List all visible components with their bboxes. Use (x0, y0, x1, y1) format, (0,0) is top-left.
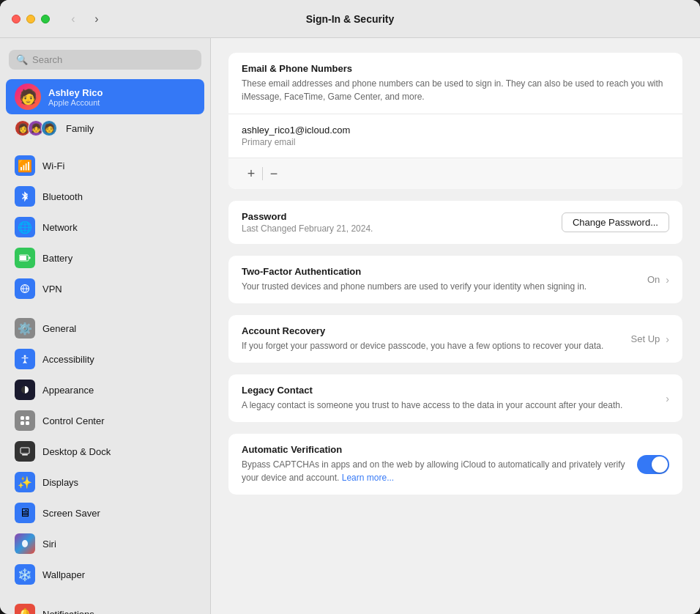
two-factor-row[interactable]: Two-Factor Authentication Your trusted d… (228, 256, 682, 303)
two-factor-arrow: › (666, 274, 669, 286)
sidebar-item-displays[interactable]: ✨ Displays (6, 467, 204, 497)
sidebar-item-appearance[interactable]: Appearance (6, 375, 204, 404)
sidebar-item-siri[interactable]: Siri (6, 529, 204, 558)
remove-email-button[interactable]: − (264, 164, 283, 183)
wallpaper-icon: ❄️ (15, 564, 35, 585)
auto-verification-content: Automatic Verification Bypass CAPTCHAs i… (242, 444, 637, 484)
password-row: Password Last Changed February 21, 2024.… (228, 201, 682, 244)
auto-verification-section: Automatic Verification Bypass CAPTCHAs i… (228, 434, 682, 495)
control-center-icon (15, 410, 35, 431)
sidebar-item-network[interactable]: 🌐 Network (6, 212, 204, 242)
family-label: Family (66, 123, 94, 134)
email-phone-desc: These email addresses and phone numbers … (242, 77, 669, 103)
siri-icon (15, 533, 35, 554)
accessibility-icon (15, 349, 35, 369)
email-value-row: ashley_rico1@icloud.com Primary email (228, 114, 682, 158)
close-button[interactable] (12, 15, 21, 23)
sidebar-item-apple-account[interactable]: 🧑 Ashley Rico Apple Account (6, 79, 204, 114)
change-password-button[interactable]: Change Password... (562, 212, 669, 232)
svg-rect-9 (26, 421, 29, 425)
account-recovery-status: Set Up (631, 333, 660, 344)
password-title: Password (242, 211, 373, 222)
account-recovery-title: Account Recovery (242, 325, 631, 336)
search-bar[interactable]: 🔍 Search (9, 50, 201, 70)
sidebar-item-screen-saver[interactable]: 🖥 Screen Saver (6, 498, 204, 528)
sidebar-item-control-center[interactable]: Control Center (6, 406, 204, 435)
search-container: 🔍 Search (0, 44, 210, 78)
forward-button[interactable]: › (88, 10, 105, 28)
family-avatars: 👩 👧 🧑 (15, 120, 57, 136)
back-button[interactable]: ‹ (64, 10, 82, 28)
email-phone-section: Email & Phone Numbers These email addres… (228, 53, 682, 189)
bluetooth-label: Bluetooth (42, 191, 83, 202)
user-info: Ashley Rico Apple Account (48, 87, 103, 107)
sidebar-item-bluetooth[interactable]: Bluetooth (6, 182, 204, 211)
svg-rect-10 (21, 448, 29, 454)
general-label: General (42, 323, 76, 334)
sidebar-item-general[interactable]: ⚙️ General (6, 314, 204, 343)
notifications-icon: 🔔 (15, 604, 35, 614)
svg-rect-11 (22, 454, 28, 456)
account-recovery-content: Account Recovery If you forget your pass… (242, 325, 631, 352)
wallpaper-label: Wallpaper (42, 569, 85, 580)
two-factor-content: Two-Factor Authentication Your trusted d… (242, 266, 647, 293)
wifi-label: Wi-Fi (42, 160, 64, 171)
add-remove-separator (262, 167, 263, 180)
sidebar-item-family[interactable]: 👩 👧 🧑 Family (6, 116, 204, 141)
two-factor-section: Two-Factor Authentication Your trusted d… (228, 256, 682, 303)
two-factor-right: On › (647, 274, 669, 286)
content-area: 🔍 Search 🧑 Ashley Rico Apple Account 👩 👧… (0, 38, 700, 614)
minimize-button[interactable] (26, 15, 35, 23)
titlebar: ‹ › Sign-In & Security (0, 0, 700, 38)
legacy-contact-right: › (666, 393, 669, 404)
sidebar-item-notifications[interactable]: 🔔 Notifications (6, 599, 204, 614)
battery-label: Battery (42, 253, 72, 264)
toggle-knob (652, 456, 668, 473)
account-recovery-arrow: › (666, 333, 669, 345)
desktop-dock-label: Desktop & Dock (42, 446, 111, 457)
displays-label: Displays (42, 477, 78, 488)
vpn-icon (15, 278, 35, 299)
auto-verification-desc: Bypass CAPTCHAs in apps and on the web b… (242, 458, 637, 484)
email-type-label: Primary email (242, 137, 669, 147)
email-phone-title: Email & Phone Numbers (242, 63, 669, 74)
svg-rect-8 (21, 421, 24, 425)
learn-more-link[interactable]: Learn more... (342, 473, 394, 483)
accessibility-label: Accessibility (42, 354, 94, 365)
appearance-label: Appearance (42, 385, 94, 396)
user-sublabel: Apple Account (48, 98, 103, 107)
svg-rect-2 (29, 257, 31, 259)
auto-verification-toggle[interactable] (637, 455, 669, 474)
nav-buttons: ‹ › (64, 10, 105, 28)
sidebar-item-accessibility[interactable]: Accessibility (6, 344, 204, 374)
user-name: Ashley Rico (48, 87, 103, 98)
legacy-contact-title: Legacy Contact (242, 385, 666, 396)
wifi-icon: 📶 (15, 155, 35, 176)
sidebar-item-desktop-dock[interactable]: Desktop & Dock (6, 437, 204, 466)
auto-verification-toggle-container (637, 455, 669, 474)
add-remove-row: + − (228, 158, 682, 189)
two-factor-desc: Your trusted devices and phone numbers a… (242, 280, 647, 293)
main-window: ‹ › Sign-In & Security 🔍 Search 🧑 Ashley… (0, 0, 700, 614)
add-email-button[interactable]: + (242, 164, 261, 183)
general-icon: ⚙️ (15, 318, 35, 339)
sidebar-item-battery[interactable]: Battery (6, 243, 204, 273)
maximize-button[interactable] (41, 15, 50, 23)
password-info: Password Last Changed February 21, 2024. (242, 211, 373, 234)
legacy-contact-row[interactable]: Legacy Contact A legacy contact is someo… (228, 374, 682, 422)
displays-icon: ✨ (15, 472, 35, 492)
account-recovery-right: Set Up › (631, 333, 669, 345)
sidebar-item-wifi[interactable]: 📶 Wi-Fi (6, 151, 204, 180)
sidebar-item-vpn[interactable]: VPN (6, 274, 204, 303)
battery-icon (15, 248, 35, 268)
auto-verification-row: Automatic Verification Bypass CAPTCHAs i… (228, 434, 682, 495)
legacy-contact-section: Legacy Contact A legacy contact is someo… (228, 374, 682, 422)
legacy-contact-content: Legacy Contact A legacy contact is someo… (242, 385, 666, 412)
sidebar-item-wallpaper[interactable]: ❄️ Wallpaper (6, 560, 204, 589)
siri-label: Siri (42, 539, 56, 550)
search-placeholder: Search (32, 54, 62, 65)
account-recovery-row[interactable]: Account Recovery If you forget your pass… (228, 315, 682, 363)
legacy-contact-arrow: › (666, 393, 669, 404)
two-factor-status: On (647, 274, 660, 285)
network-icon: 🌐 (15, 217, 35, 237)
